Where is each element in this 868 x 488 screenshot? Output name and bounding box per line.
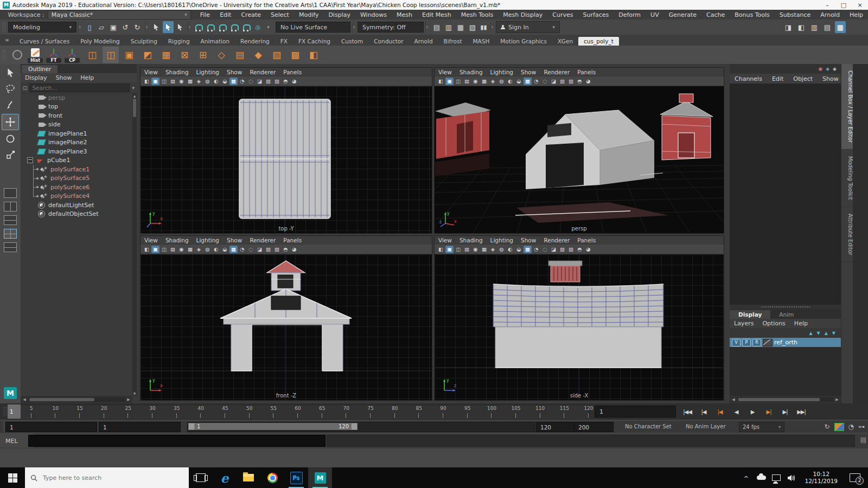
viewport-toolbar-icon[interactable]: ◫ [160,246,168,253]
poly-shelf-tool-icon[interactable]: ⊠ [176,47,193,63]
bookmark-icon[interactable]: ◈ [826,66,829,72]
poly-shelf-tool-icon[interactable]: ◩ [139,47,156,63]
gear-icon[interactable] [12,50,22,60]
chevron-down-icon[interactable]: ▾ [132,85,135,91]
poly-shelf-tool-icon[interactable]: ▩ [287,47,303,63]
scrollbar-thumb[interactable] [738,398,820,401]
move-tool[interactable] [2,114,19,130]
layer-editor-menu-item[interactable]: Layers [730,320,758,327]
viewport-toolbar-icon[interactable]: ◔ [532,246,540,253]
timeline-playhead[interactable]: 1 [8,404,21,419]
command-input-field[interactable] [28,435,326,447]
viewport-toolbar-icon[interactable]: ◌ [247,246,255,253]
scrollbar-track[interactable] [28,397,125,402]
outliner-item[interactable]: side [21,120,132,130]
outliner-item[interactable]: polySurface4 [21,192,132,201]
render-view-icon[interactable]: ▤ [431,21,442,33]
menu-item[interactable]: Substance [775,11,816,18]
poly-shelf-tool-icon[interactable]: ◆ [250,47,266,63]
viewport-menu-item[interactable]: View [435,237,456,243]
menu-item[interactable]: Mesh [392,11,417,18]
playback-button[interactable]: ▶| [761,406,777,418]
viewport-top[interactable]: ViewShadingLightingShowRendererPanels ◧▣… [140,67,432,234]
outliner-item[interactable]: polySurface5 [21,174,132,183]
viewport-toolbar-icon[interactable]: ▨ [273,78,281,85]
channel-box-menu-item[interactable]: Edit [767,75,788,82]
menu-item[interactable]: Create [236,11,266,18]
workspace-dropdown[interactable]: Maya Classic* ▾ [48,10,191,20]
menu-item[interactable]: Deform [614,11,646,18]
poly-shelf-tool-icon[interactable]: ▣ [121,47,137,63]
collapse-toggle-icon[interactable] [27,157,33,163]
viewport-toolbar-icon[interactable]: ◪ [256,246,264,253]
viewport-toolbar-icon[interactable]: ◈ [489,78,497,85]
outliner-item[interactable]: persp [21,93,132,102]
scale-tool[interactable] [2,147,18,163]
channel-box-menu-item[interactable]: Object [788,75,818,82]
viewport-toolbar-icon[interactable]: ◒ [221,246,229,253]
viewport-toolbar-icon[interactable]: ▦ [480,246,488,253]
select-tool[interactable] [2,65,18,80]
outliner-tab[interactable]: Outliner [22,65,58,73]
viewport-toolbar-icon[interactable]: ▣ [445,246,454,253]
range-slider-bar[interactable]: 1 120 [188,423,358,430]
scroll-up-icon[interactable]: ▲ [132,94,137,98]
viewport-toolbar-icon[interactable]: ◕ [290,246,298,253]
viewport-canvas-top[interactable]: y x top -Y [141,86,432,233]
snap-to-curve-icon[interactable] [206,21,216,33]
time-editor-icon[interactable]: ◔ [848,423,854,431]
toggle-history-button[interactable]: Hist [27,46,44,63]
viewport-toolbar-icon[interactable]: ◒ [221,78,229,85]
viewport-toolbar-icon[interactable]: ◕ [584,246,592,253]
layout-outliner-persp-button[interactable] [4,242,17,252]
poly-shelf-tool-icon[interactable]: ▦ [158,47,174,63]
scrollbar-track[interactable] [737,397,833,402]
playback-button[interactable]: |◀◀ [679,406,695,418]
move-layer-up-icon[interactable]: ▲ [809,331,812,336]
undo-icon[interactable]: ↺ [120,21,131,33]
action-center-button[interactable]: 2 [844,467,866,488]
anim-layer-dropdown[interactable]: No Anim Layer [686,422,726,431]
viewport-toolbar-icon[interactable]: ◐ [212,78,220,85]
animation-start-field[interactable]: 1 [5,422,97,432]
playback-button[interactable]: ◀ [728,406,744,418]
select-object-icon[interactable] [163,21,174,33]
outliner-item[interactable]: polySurface6 [21,183,132,192]
viewport-toolbar-icon[interactable]: ◈ [489,246,497,253]
viewport-toolbar-icon[interactable]: ◐ [506,246,514,253]
make-live-icon[interactable]: ◎ [253,21,263,33]
viewport-menu-item[interactable]: Renderer [540,237,573,243]
photoshop-button[interactable]: Ps [284,467,308,488]
group-separator[interactable] [145,22,149,33]
outliner-horizontal-scrollbar[interactable]: ◀ ▶ [21,396,132,403]
group-separator[interactable] [188,22,192,33]
shelf-tab[interactable]: Custom [336,37,368,46]
edge-button[interactable]: e [213,467,237,488]
poly-shelf-tool-icon[interactable]: ◫ [84,47,100,63]
viewport-menu-item[interactable]: Renderer [246,69,279,75]
viewport-toolbar-icon[interactable]: ▣ [445,78,454,85]
viewport-menu-item[interactable]: Show [517,69,540,75]
ipr-render-icon[interactable]: ▥ [443,21,454,33]
group-separator[interactable] [352,22,356,33]
outliner-item[interactable]: imagePlane2 [21,138,132,147]
pause-viewport-icon[interactable]: ▮▮ [479,21,488,33]
shelf-tab[interactable]: Motion Graphics [495,37,552,46]
viewport-toolbar-icon[interactable]: ◔ [532,78,540,85]
shelf-tab[interactable]: Curves / Surfaces [14,37,75,46]
character-set-dropdown[interactable]: No Character Set [625,422,672,431]
shelf-tab[interactable]: Arnold [409,37,438,46]
outliner-item[interactable]: top [21,102,132,112]
viewport-toolbar-icon[interactable]: ◍ [497,78,506,85]
move-layer-down-icon[interactable]: ▼ [817,331,820,336]
viewport-toolbar-icon[interactable]: ▣ [151,246,159,253]
outliner-item[interactable]: imagePlane3 [21,147,132,156]
menu-item[interactable]: Cache [701,11,730,18]
pin-icon[interactable]: ◉ [818,66,822,72]
playback-button[interactable]: |◀ [695,406,712,418]
viewport-toolbar-icon[interactable]: ◌ [541,78,549,85]
freeze-transform-button[interactable]: FT [45,46,62,63]
script-editor-icon[interactable]: ▤ [860,436,866,444]
drag-grip[interactable] [3,22,5,32]
viewport-menu-item[interactable]: Panels [573,237,599,243]
